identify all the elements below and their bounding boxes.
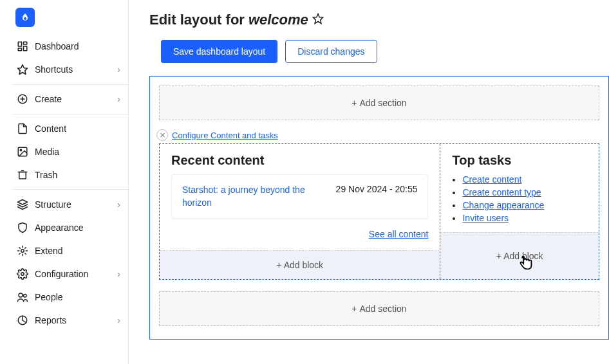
layout-canvas: +Add section ✕ Configure Content and tas…	[149, 76, 609, 340]
plus-icon: +	[351, 304, 357, 314]
region-recent-content: Recent content Starshot: a journey beyon…	[160, 144, 440, 279]
sidebar-item-label: Appearance	[35, 223, 120, 233]
sidebar-item-structure[interactable]: Structure›	[13, 189, 128, 216]
sidebar-item-dashboard[interactable]: Dashboard	[13, 35, 128, 58]
page-title-prefix: Edit layout for	[149, 12, 245, 28]
layers-icon	[17, 199, 28, 210]
add-section-label: Add section	[360, 304, 407, 314]
svg-point-9	[20, 149, 21, 150]
svg-marker-13	[18, 200, 28, 205]
content-item-date: 29 Nov 2024 - 20:55	[336, 184, 418, 209]
action-toolbar: Save dashboard layout Discard changes	[149, 40, 609, 76]
svg-point-16	[19, 293, 23, 297]
sidebar-item-label: Media	[35, 147, 120, 157]
configure-section-link[interactable]: Configure Content and tasks	[172, 131, 278, 140]
star-icon	[17, 64, 28, 75]
task-item: Create content	[462, 174, 587, 185]
sidebar-item-label: Dashboard	[35, 41, 120, 51]
sidebar-item-label: Reports	[35, 315, 111, 325]
sidebar-item-label: Trash	[35, 170, 120, 180]
see-all-content-link[interactable]: See all content	[369, 229, 429, 239]
chevron-right-icon: ›	[117, 64, 120, 75]
sidebar-item-media[interactable]: Media	[13, 140, 128, 163]
svg-marker-19	[313, 14, 323, 24]
save-layout-button[interactable]: Save dashboard layout	[161, 40, 277, 63]
sidebar-item-label: Create	[35, 94, 111, 104]
chevron-right-icon: ›	[117, 315, 120, 325]
main-content: Edit layout for welcome Save dashboard l…	[129, 0, 609, 364]
remove-section-icon[interactable]: ✕	[156, 129, 168, 141]
sidebar-item-create[interactable]: Create›	[13, 87, 128, 114]
shield-icon	[17, 222, 28, 233]
region-top-tasks: Top tasks Create contentCreate content t…	[440, 144, 599, 279]
sidebar-item-extend[interactable]: Extend	[13, 239, 128, 262]
svg-point-17	[24, 295, 27, 298]
drupal-icon	[20, 12, 30, 23]
sidebar: DashboardShortcuts›Create›ContentMediaTr…	[0, 0, 129, 364]
add-block-label: Add block	[503, 251, 543, 261]
content-item-title[interactable]: Starshot: a journey beyond the horizon	[182, 184, 321, 209]
page-title-subject: welcome	[248, 12, 308, 28]
page-title: Edit layout for welcome	[149, 12, 609, 28]
svg-rect-3	[18, 48, 21, 51]
image-icon	[17, 146, 28, 158]
task-item: Change appearance	[462, 200, 587, 210]
plus-icon: +	[276, 260, 281, 270]
discard-changes-button[interactable]: Discard changes	[285, 40, 377, 63]
chevron-right-icon: ›	[117, 199, 120, 210]
dashboard-icon	[17, 41, 28, 52]
people-icon	[17, 291, 28, 303]
sidebar-item-configuration[interactable]: Configuration›	[13, 262, 128, 286]
add-section-label: Add section	[360, 98, 407, 108]
add-block-left[interactable]: + Add block	[160, 250, 440, 279]
chart-icon	[17, 314, 28, 326]
add-block-label: Add block	[284, 260, 323, 270]
sidebar-item-label: Structure	[35, 199, 111, 210]
plus-icon: +	[351, 98, 357, 108]
sidebar-item-label: Content	[35, 123, 120, 134]
svg-rect-0	[18, 42, 21, 46]
recent-content-heading: Recent content	[160, 144, 440, 174]
svg-rect-2	[24, 46, 27, 51]
svg-point-14	[21, 250, 24, 253]
top-tasks-heading: Top tasks	[440, 144, 599, 174]
svg-rect-1	[24, 42, 27, 44]
puzzle-icon	[17, 245, 28, 257]
sidebar-item-label: People	[35, 292, 120, 302]
sidebar-item-reports[interactable]: Reports›	[13, 309, 128, 332]
gear-icon	[17, 268, 28, 280]
plus-icon: +	[496, 251, 501, 261]
task-link[interactable]: Create content	[462, 174, 521, 185]
app-logo[interactable]	[15, 8, 35, 27]
plus-circle-icon	[17, 93, 28, 105]
task-item: Create content type	[462, 187, 587, 197]
sidebar-item-people[interactable]: People	[13, 286, 128, 309]
sidebar-item-label: Shortcuts	[35, 64, 111, 75]
sidebar-item-trash[interactable]: Trash	[13, 163, 128, 187]
star-outline-icon[interactable]	[312, 12, 324, 28]
sidebar-item-content[interactable]: Content	[13, 117, 128, 140]
trash-icon	[17, 169, 28, 181]
svg-marker-4	[18, 65, 28, 75]
see-all-wrapper: See all content	[160, 223, 440, 247]
add-block-right[interactable]: + Add block	[440, 232, 599, 279]
svg-point-15	[21, 273, 24, 276]
sidebar-item-shortcuts[interactable]: Shortcuts›	[13, 58, 128, 85]
task-link[interactable]: Change appearance	[462, 200, 544, 210]
chevron-right-icon: ›	[117, 94, 120, 104]
content-card: Starshot: a journey beyond the horizon 2…	[171, 174, 428, 219]
sidebar-item-label: Configuration	[35, 269, 111, 279]
task-list: Create contentCreate content typeChange …	[440, 174, 599, 232]
add-section-top[interactable]: +Add section	[159, 86, 599, 120]
task-item: Invite users	[462, 213, 587, 223]
add-section-bottom[interactable]: +Add section	[159, 291, 599, 326]
chevron-right-icon: ›	[117, 269, 120, 279]
sidebar-item-label: Extend	[35, 246, 120, 256]
task-link[interactable]: Invite users	[462, 213, 509, 223]
section-header: ✕ Configure Content and tasks	[156, 129, 599, 141]
section-columns: Recent content Starshot: a journey beyon…	[159, 143, 599, 280]
task-link[interactable]: Create content type	[462, 187, 541, 197]
svg-rect-10	[19, 172, 26, 179]
sidebar-item-appearance[interactable]: Appearance	[13, 216, 128, 239]
file-icon	[17, 123, 28, 134]
